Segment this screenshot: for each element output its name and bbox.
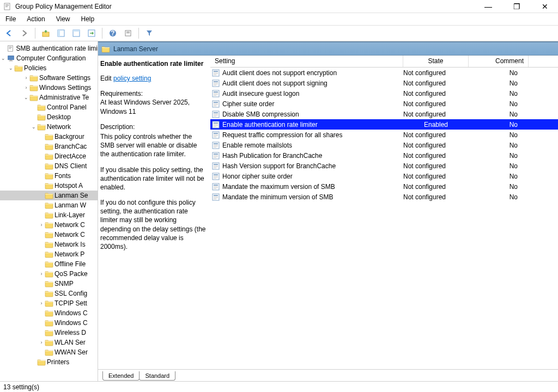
tree-item[interactable]: ⌄Policies bbox=[0, 63, 98, 73]
app-icon bbox=[3, 2, 12, 11]
tree-item-label: DirectAcce bbox=[54, 152, 86, 160]
tree-item[interactable]: ⌄Administrative Te bbox=[0, 93, 98, 102]
list-item[interactable]: Request traffic compression for all shar… bbox=[210, 130, 558, 140]
list-item[interactable]: Hash Publication for BranchCacheNot conf… bbox=[210, 150, 558, 161]
description-p2: If you disable this policy setting, the … bbox=[100, 166, 206, 192]
folder-icon bbox=[29, 94, 38, 101]
tree-item[interactable]: Desktop bbox=[0, 112, 98, 122]
tree-twisty-icon[interactable]: › bbox=[38, 340, 45, 345]
show-hide-tree-button[interactable] bbox=[55, 27, 67, 39]
folder-icon bbox=[45, 162, 53, 170]
tree-twisty-icon[interactable]: ⌄ bbox=[31, 124, 37, 130]
filter-button[interactable] bbox=[143, 27, 155, 39]
tree-item[interactable]: Offline File bbox=[0, 259, 98, 269]
tree-item-label: Offline File bbox=[54, 260, 86, 268]
tree-item[interactable]: ›WLAN Ser bbox=[0, 338, 98, 347]
list-item[interactable]: Audit client does not support signingNot… bbox=[210, 78, 558, 88]
tree-twisty-icon[interactable]: › bbox=[38, 222, 45, 228]
tree-item[interactable]: SNMP bbox=[0, 279, 98, 289]
tree-item[interactable]: Windows C bbox=[0, 308, 98, 318]
settings-list[interactable]: Setting State Comment Audit client does … bbox=[210, 56, 558, 369]
setting-comment: No bbox=[510, 90, 518, 97]
tree-item[interactable]: Lanman Se bbox=[0, 191, 98, 200]
tree-item[interactable]: Network Is bbox=[0, 240, 98, 249]
separator bbox=[102, 28, 102, 39]
tree-view[interactable]: SMB authentication rate limi⌄Computer Co… bbox=[0, 41, 98, 381]
list-item[interactable]: Audit insecure guest logonNot configured… bbox=[210, 88, 558, 99]
list-item[interactable]: Mandate the minimum version of SMBNot co… bbox=[210, 192, 558, 202]
setting-icon bbox=[211, 162, 220, 170]
col-state[interactable]: State bbox=[403, 56, 469, 67]
tree-twisty-icon[interactable]: › bbox=[23, 85, 29, 90]
tree-item[interactable]: BranchCac bbox=[0, 142, 98, 151]
tree-item[interactable]: Lanman W bbox=[0, 200, 98, 210]
folder-icon bbox=[45, 348, 53, 356]
list-item[interactable]: Enable remote mailslotsNot configuredNo bbox=[210, 140, 558, 150]
tree-twisty-icon[interactable]: ⌄ bbox=[0, 56, 7, 61]
tree-item-label: Computer Configuration bbox=[16, 54, 86, 62]
tree-item[interactable]: ›Network C bbox=[0, 220, 98, 230]
list-item[interactable]: Cipher suite orderNot configuredNo bbox=[210, 99, 558, 109]
tab-extended[interactable]: Extended bbox=[102, 371, 140, 381]
tree-item[interactable]: ›TCPIP Sett bbox=[0, 298, 98, 308]
tree-item[interactable]: WWAN Ser bbox=[0, 347, 98, 357]
window-title: Group Policy Management Editor bbox=[15, 3, 478, 10]
col-setting[interactable]: Setting bbox=[210, 56, 403, 67]
tree-item[interactable]: ›Software Settings bbox=[0, 73, 98, 83]
menu-help[interactable]: Help bbox=[81, 15, 95, 23]
list-item[interactable]: Hash Version support for BranchCacheNot … bbox=[210, 161, 558, 171]
forward-button[interactable] bbox=[19, 27, 31, 39]
tree-item[interactable]: Wireless D bbox=[0, 328, 98, 338]
tree-item[interactable]: Windows C bbox=[0, 318, 98, 328]
up-button[interactable] bbox=[40, 27, 52, 39]
properties-button[interactable] bbox=[70, 27, 82, 39]
list-item[interactable]: Audit client does not support encryption… bbox=[210, 68, 558, 78]
refresh-button[interactable] bbox=[122, 27, 134, 39]
tree-item[interactable]: ⌄Computer Configuration bbox=[0, 53, 98, 63]
tree-twisty-icon[interactable]: › bbox=[38, 271, 45, 277]
tree-item[interactable]: SSL Config bbox=[0, 289, 98, 298]
tree-item[interactable]: DNS Client bbox=[0, 161, 98, 171]
tree-item-label: QoS Packe bbox=[54, 270, 88, 278]
tree-item[interactable]: Hotspot A bbox=[0, 181, 98, 191]
tree-item[interactable]: Fonts bbox=[0, 171, 98, 181]
tree-item[interactable]: Control Panel bbox=[0, 102, 98, 112]
folder-icon bbox=[45, 260, 53, 268]
tree-twisty-icon[interactable]: › bbox=[38, 301, 45, 306]
tree-item[interactable]: ⌄Network bbox=[0, 122, 98, 132]
menu-view[interactable]: View bbox=[56, 15, 70, 23]
menu-action[interactable]: Action bbox=[27, 15, 45, 23]
tree-item[interactable]: Backgrour bbox=[0, 132, 98, 142]
tree-item[interactable]: SMB authentication rate limi bbox=[0, 44, 98, 53]
tab-standard[interactable]: Standard bbox=[139, 371, 175, 381]
setting-state: Not configured bbox=[403, 69, 446, 77]
list-item[interactable]: Honor cipher suite orderNot configuredNo bbox=[210, 171, 558, 181]
tree-item[interactable]: DirectAcce bbox=[0, 151, 98, 161]
folder-icon bbox=[45, 221, 53, 229]
maximize-button[interactable]: ❐ bbox=[507, 2, 526, 11]
setting-state: Not configured bbox=[403, 90, 446, 97]
tree-twisty-icon[interactable]: › bbox=[23, 75, 29, 81]
tree-item[interactable]: Network C bbox=[0, 230, 98, 240]
tree-item[interactable]: Network P bbox=[0, 249, 98, 259]
tree-twisty-icon[interactable]: ⌄ bbox=[8, 65, 14, 71]
export-button[interactable] bbox=[86, 27, 98, 39]
tree-item[interactable]: ›QoS Packe bbox=[0, 269, 98, 279]
setting-icon bbox=[211, 152, 220, 160]
tree-item[interactable]: Link-Layer bbox=[0, 210, 98, 220]
minimize-button[interactable]: — bbox=[478, 2, 498, 11]
edit-policy-link[interactable]: policy setting bbox=[113, 75, 151, 82]
list-item[interactable]: Mandate the maximum version of SMBNot co… bbox=[210, 181, 558, 192]
col-comment[interactable]: Comment bbox=[469, 56, 529, 67]
tree-item[interactable]: Printers bbox=[0, 357, 98, 367]
back-button[interactable] bbox=[3, 27, 15, 39]
tree-item-label: Policies bbox=[24, 64, 46, 72]
list-item[interactable]: Enable authentication rate limiterEnable… bbox=[210, 119, 558, 130]
setting-icon bbox=[211, 69, 220, 77]
tree-item[interactable]: ›Windows Settings bbox=[0, 83, 98, 93]
tree-twisty-icon[interactable]: ⌄ bbox=[23, 95, 29, 100]
list-item[interactable]: Disable SMB compressionNot configuredNo bbox=[210, 109, 558, 119]
close-button[interactable]: ✕ bbox=[535, 2, 555, 11]
menu-file[interactable]: File bbox=[5, 15, 16, 23]
help-button[interactable]: ? bbox=[107, 27, 119, 39]
